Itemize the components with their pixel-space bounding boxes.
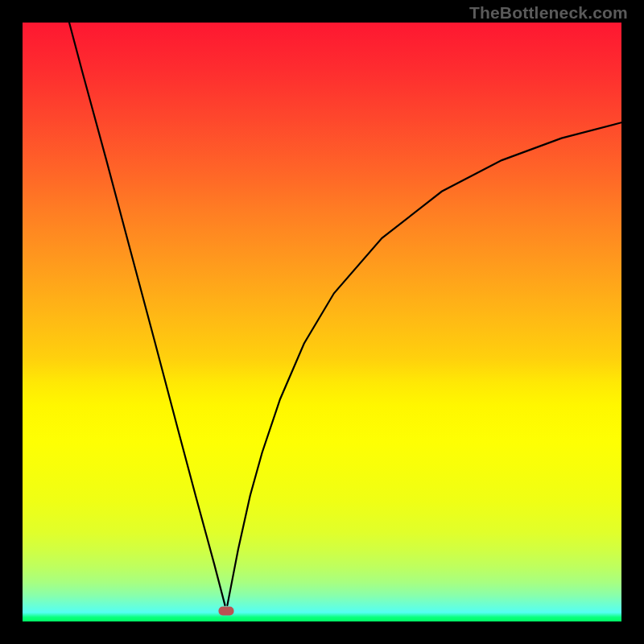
optimal-point-marker [218, 606, 233, 615]
bottleneck-curve [23, 23, 621, 621]
chart-plot-area [23, 23, 621, 621]
watermark-text: TheBottleneck.com [469, 3, 628, 23]
curve-right-segment [227, 122, 621, 605]
curve-left-segment [69, 23, 225, 605]
